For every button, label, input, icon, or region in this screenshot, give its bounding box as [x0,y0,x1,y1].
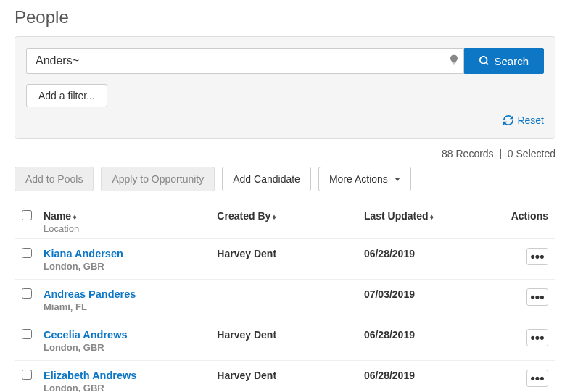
search-button-label: Search [494,55,529,67]
apply-to-opportunity-button[interactable]: Apply to Opportunity [101,167,215,191]
sort-icon: ♦ [430,212,434,221]
search-input[interactable] [26,48,464,74]
header-name[interactable]: Name [44,210,71,222]
row-checkbox[interactable] [22,370,32,380]
person-location: London, GBR [44,383,217,392]
person-location: Miami, FL [44,301,217,312]
row-checkbox[interactable] [22,248,32,258]
select-all-checkbox[interactable] [22,210,32,220]
person-name-link[interactable]: Andreas Panderes [44,288,136,300]
selected-count: 0 Selected [508,148,555,159]
last-updated-cell: 06/28/2019 [364,329,497,341]
refresh-icon [503,115,513,125]
row-actions-button[interactable]: ••• [526,370,548,387]
records-count: 88 Records [442,148,494,159]
table-row: Elizabeth AndrewsLondon, GBRHarvey Dent0… [15,361,555,392]
add-to-pools-button[interactable]: Add to Pools [15,167,94,191]
people-table: Name♦ Location Created By♦ Last Updated♦… [15,204,555,392]
row-actions-button[interactable]: ••• [526,288,548,306]
created-by-cell: Harvey Dent [217,370,364,381]
sort-icon: ♦ [73,212,77,221]
table-row: Cecelia AndrewsLondon, GBRHarvey Dent06/… [15,320,555,361]
header-actions: Actions [497,210,555,234]
sort-icon: ♦ [272,212,276,221]
table-row: Kiana AndersenLondon, GBRHarvey Dent06/2… [15,239,555,280]
table-header: Name♦ Location Created By♦ Last Updated♦… [15,204,555,239]
reset-link[interactable]: Reset [503,114,544,126]
created-by-cell: Harvey Dent [217,248,364,259]
search-icon [479,56,490,66]
caret-down-icon [395,178,400,181]
row-actions-button[interactable]: ••• [526,248,548,265]
add-filter-button[interactable]: Add a filter... [26,84,107,107]
person-name-link[interactable]: Kiana Andersen [44,248,123,259]
search-button[interactable]: Search [464,48,544,74]
page-title: People [15,7,555,28]
records-summary: 88 Records | 0 Selected [15,148,555,159]
header-last-updated[interactable]: Last Updated [364,210,429,222]
row-checkbox[interactable] [22,288,32,299]
more-actions-button[interactable]: More Actions [318,167,411,191]
last-updated-cell: 06/28/2019 [364,248,497,259]
add-candidate-button[interactable]: Add Candidate [222,167,311,191]
reset-label: Reset [517,114,544,126]
last-updated-cell: 06/28/2019 [364,370,497,381]
table-row: Andreas PanderesMiami, FL07/03/2019••• [15,280,555,320]
row-actions-button[interactable]: ••• [526,329,548,346]
last-updated-cell: 07/03/2019 [364,288,497,300]
header-created-by[interactable]: Created By [217,210,270,222]
person-name-link[interactable]: Elizabeth Andrews [44,370,136,381]
person-location: London, GBR [44,342,217,353]
search-panel: Search Add a filter... Reset [15,36,555,139]
toolbar: Add to Pools Apply to Opportunity Add Ca… [15,167,555,191]
created-by-cell: Harvey Dent [217,329,364,341]
person-location: London, GBR [44,261,217,272]
more-actions-label: More Actions [329,173,388,185]
person-name-link[interactable]: Cecelia Andrews [44,329,128,341]
header-name-sub: Location [44,223,217,234]
row-checkbox[interactable] [22,329,32,339]
